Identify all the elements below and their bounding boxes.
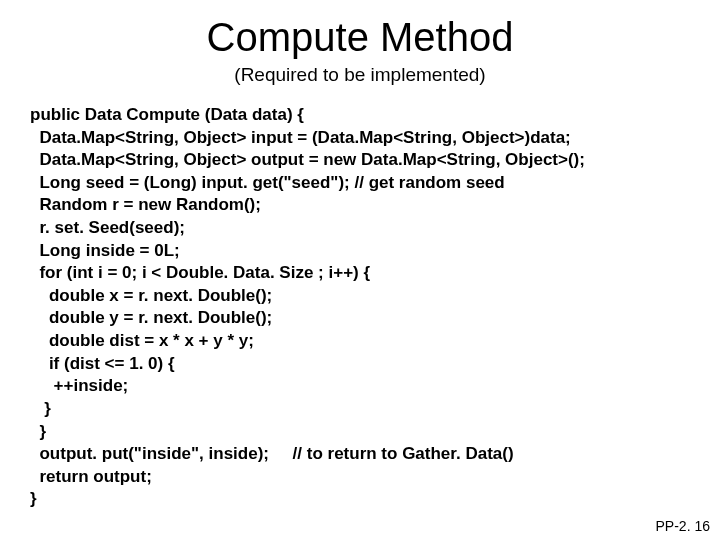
slide-title: Compute Method [30,15,690,60]
code-block: public Data Compute (Data data) { Data.M… [30,104,690,511]
page-number: PP-2. 16 [656,518,710,534]
slide-subtitle: (Required to be implemented) [30,64,690,86]
